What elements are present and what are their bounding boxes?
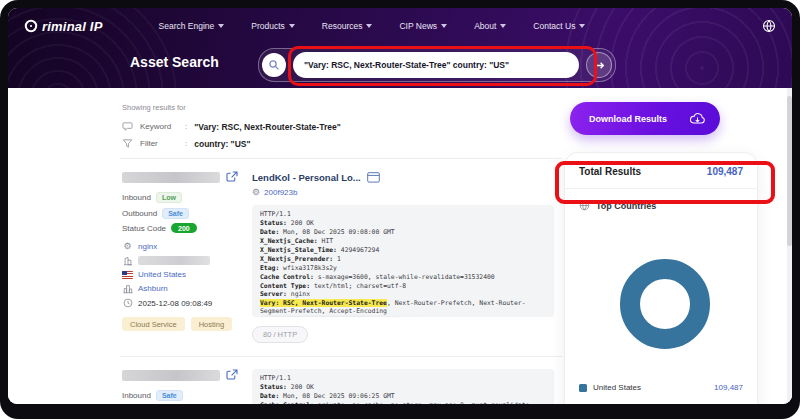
filter-value: country: "US" <box>194 139 250 149</box>
nav-item-label: CIP News <box>399 21 437 31</box>
search-input[interactable]: "Vary: RSC, Next-Router-State-Tree" coun… <box>293 52 579 78</box>
nav-item-about[interactable]: About <box>474 21 506 31</box>
nav-item-label: Contact Us <box>533 21 575 31</box>
total-results-value[interactable]: 109,487 <box>707 166 743 177</box>
asset-search-bar[interactable]: "Vary: RSC, Next-Router-State-Tree" coun… <box>258 48 616 82</box>
scanned-time-row: 2025-12-08 09:08:49 <box>122 298 252 308</box>
results-column: Showing results for Keyword : "Vary: RSC… <box>120 103 562 404</box>
favicon-gear-icon: ⚙ <box>252 188 260 197</box>
window-frame: riminal IP Search EngineProductsResource… <box>0 0 800 419</box>
page: riminal IP Search EngineProductsResource… <box>8 8 792 404</box>
favicon-hash-value[interactable]: 200f923b <box>264 188 297 197</box>
http-header-value: 200 OK <box>287 219 314 227</box>
server-value[interactable]: nginx <box>138 242 157 251</box>
http-banner-preview[interactable]: HTTP/1.1Status: 200 OKDate: Mon, 08 Dec … <box>252 205 554 317</box>
nav-item-resources[interactable]: Resources <box>322 21 373 31</box>
nav-item-contact-us[interactable]: Contact Us <box>533 21 585 31</box>
download-results-button[interactable]: Download Results <box>570 102 720 135</box>
http-header-name: X_Nextjs_Prerender: <box>260 255 333 263</box>
http-header-line: HTTP/1.1 <box>260 211 546 219</box>
http-header-name: Content Type: <box>260 282 310 290</box>
http-header-line: Vary: RSC, Next-Router-State-Tree, Next-… <box>260 300 546 315</box>
http-header-value: HTTP/1.1 <box>260 374 291 382</box>
page-title: Asset Search <box>130 54 219 70</box>
http-header-name: Server: <box>260 290 287 298</box>
nav-item-label: Search Engine <box>159 21 215 31</box>
inbound-badge: Low <box>156 192 182 203</box>
result-title-link[interactable]: LendKol - Personal Lo... <box>252 172 361 183</box>
top-countries-label: Top Countries <box>596 201 656 211</box>
language-globe-icon[interactable] <box>762 19 776 33</box>
inbound-row: Inbound Low <box>122 192 252 203</box>
search-icon[interactable] <box>262 53 286 77</box>
http-header-name: Cache Control: <box>260 401 314 404</box>
brand-logo-text: riminal IP <box>42 19 103 34</box>
inbound-label: Inbound <box>122 193 151 202</box>
filter-row: Filter : country: "US" <box>122 138 562 149</box>
chevron-down-icon <box>289 24 295 28</box>
filter-label: Filter <box>140 139 178 148</box>
http-header-line: Cache Control: s-maxage=3600, stale-whil… <box>260 274 546 282</box>
ip-address-redacted[interactable] <box>122 172 220 183</box>
http-header-line: Status: 200 OK <box>260 384 546 392</box>
gear-icon: ⚙ <box>122 242 133 251</box>
legend-row-united-states[interactable]: United States 109,487 <box>579 383 743 392</box>
tag[interactable]: Hosting <box>191 317 232 331</box>
nav-item-cip-news[interactable]: CIP News <box>399 21 447 31</box>
http-header-value: s-maxage=3600, stale-while-revalidate=31… <box>314 273 495 281</box>
http-header-line: X_Nextjs_Cache: HIT <box>260 238 546 246</box>
http-header-line: Content Type: text/html; charset=utf-8 <box>260 283 546 291</box>
http-header-name: Cache Control: <box>260 273 314 281</box>
total-results-card: Total Results 109,487 Top Countries <box>564 152 758 404</box>
nav-item-products[interactable]: Products <box>251 21 295 31</box>
tag[interactable]: Cloud Service <box>122 317 185 331</box>
result-1-meta-column: Inbound Low Outbound Safe Status Code 20… <box>120 171 252 343</box>
status-code-label: Status Code <box>122 224 166 233</box>
result-1-detail-column: LendKol - Personal Lo... ⚙ 200f923b <box>252 171 562 343</box>
country-value[interactable]: United States <box>138 270 186 279</box>
port-protocol-chip[interactable]: 80 / HTTP <box>252 326 308 343</box>
outbound-label: Outbound <box>122 209 157 218</box>
http-header-value: Mon, 08 Dec 2025 09:08:00 GMT <box>279 228 394 236</box>
external-link-icon[interactable] <box>226 171 238 183</box>
http-banner-preview[interactable]: HTTP/1.1Status: 200 OKDate: Mon, 08 Dec … <box>252 369 554 404</box>
http-header-line: Date: Mon, 08 Dec 2025 09:08:00 GMT <box>260 229 546 237</box>
ip-address-redacted[interactable] <box>122 370 220 381</box>
http-header-value: nginx <box>287 290 310 298</box>
brand-logo[interactable]: riminal IP <box>24 19 103 34</box>
http-header-value: 4294967294 <box>337 246 379 254</box>
nav-item-label: About <box>474 21 496 31</box>
external-link-icon[interactable] <box>226 369 238 381</box>
keyword-value: "Vary: RSC, Next-Router-State-Tree" <box>194 122 340 132</box>
screenshot-window-icon[interactable] <box>367 172 380 183</box>
http-header-line: Status: 200 OK <box>260 220 546 228</box>
outbound-row: Outbound Safe <box>122 208 252 219</box>
showing-results-heading: Showing results for <box>122 103 562 112</box>
search-submit-button[interactable] <box>586 52 612 78</box>
inbound-label: Inbound <box>122 391 151 400</box>
nav-item-search-engine[interactable]: Search Engine <box>159 21 225 31</box>
favicon-hash-row: ⚙ 200f923b <box>252 188 562 197</box>
scrollbar-thumb[interactable] <box>787 96 792 246</box>
clock-icon <box>122 298 133 308</box>
keyword-label: Keyword <box>140 122 178 131</box>
chevron-down-icon <box>366 24 372 28</box>
tag-list: Cloud ServiceHosting <box>122 317 252 331</box>
legend-label: United States <box>593 383 641 392</box>
http-header-line: Etag: wfixa3178k3s2y <box>260 265 546 273</box>
http-header-name: X_Nextjs_Cache: <box>260 237 318 245</box>
http-header-line: X_Nextjs_Prerender: 1 <box>260 256 546 264</box>
chevron-down-icon <box>218 24 224 28</box>
http-header-name: Etag: <box>260 264 279 272</box>
scrollbar-track[interactable] <box>787 88 792 404</box>
top-countries-donut-chart[interactable] <box>620 259 710 349</box>
city-value[interactable]: Ashburn <box>138 284 168 293</box>
http-header-line: Server: nginx <box>260 291 546 299</box>
globe-icon <box>579 200 590 211</box>
http-header-value: 200 OK <box>287 383 314 391</box>
total-results-row: Total Results 109,487 <box>565 153 757 188</box>
keyword-separator: : <box>185 122 187 131</box>
http-header-name: X_Nextjs_Stale_Time: <box>260 246 337 254</box>
chevron-down-icon <box>579 24 585 28</box>
http-header-value: wfixa3178k3s2y <box>279 264 337 272</box>
